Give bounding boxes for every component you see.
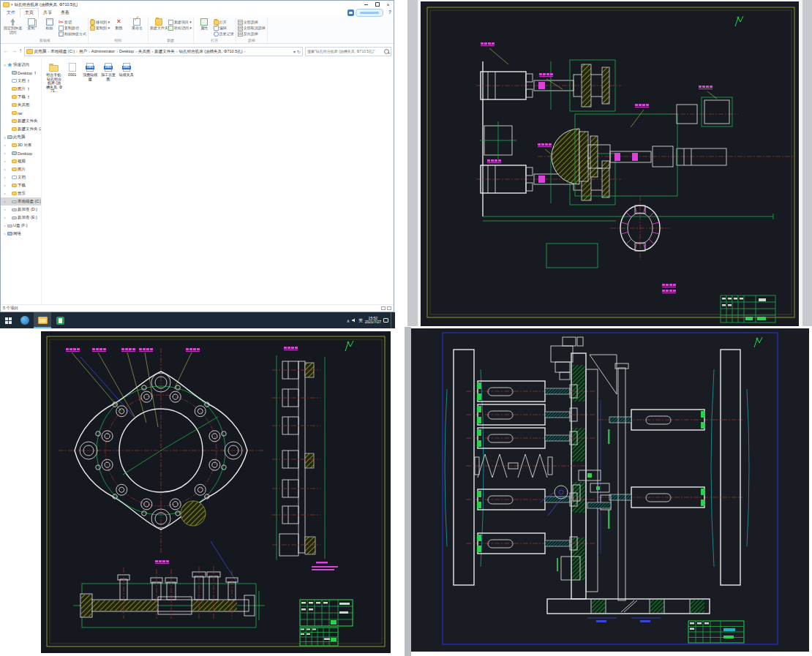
delete-button[interactable]: × 删除 xyxy=(110,18,128,31)
sidebar-item-jiajutu[interactable]: 夹具图 xyxy=(1,101,41,109)
cad-drawing-jig-assembly xyxy=(405,327,812,656)
sidebar-item-downloads[interactable]: > 下载 xyxy=(1,181,41,189)
select-none-button[interactable]: 全部取消选择 xyxy=(238,25,266,31)
help-icon[interactable]: ? xyxy=(388,10,391,15)
taskbar-app-green[interactable] xyxy=(51,312,69,328)
documents-icon xyxy=(12,79,17,83)
status-bar: 5 个项目 xyxy=(1,304,394,312)
up-button[interactable]: ↑ xyxy=(19,48,22,54)
notification-center-icon[interactable] xyxy=(383,318,388,323)
maximize-button[interactable] xyxy=(372,1,383,8)
search-input[interactable] xyxy=(307,49,384,53)
tray-expand-icon[interactable]: ∧ xyxy=(347,318,350,323)
show-desktop-button[interactable] xyxy=(391,312,393,328)
taskbar-clock[interactable]: 15:52 2021/7/27 xyxy=(365,317,381,325)
copy-to-icon xyxy=(90,26,95,31)
paste-button[interactable]: 粘贴 xyxy=(40,18,59,31)
sidebar-item-downloads-pinned[interactable]: 下载 xyxy=(1,93,41,101)
sidebar-item-documents-pinned[interactable]: 文档 xyxy=(1,77,41,85)
file-item-zuanmujiaju[interactable]: DWG 钻模夹具 xyxy=(119,63,135,78)
new-item-button[interactable]: 新建项目 ▾ xyxy=(168,19,192,25)
select-all-button[interactable]: 全部选择 xyxy=(238,19,266,25)
search-icon[interactable] xyxy=(384,49,389,54)
paste-shortcut-button[interactable]: 粘贴快捷方式 xyxy=(59,31,86,37)
edit-button[interactable]: 编辑 xyxy=(214,25,234,31)
sidebar-item-documents[interactable]: > 文档 xyxy=(1,173,41,181)
pin-icon xyxy=(34,71,37,75)
breadcrumb[interactable]: 此电脑 本地磁盘 (C:) 用户 Administrator Desktop 夹… xyxy=(24,47,303,56)
sidebar-item-network[interactable]: > 网络 xyxy=(1,230,41,238)
dwg-file-icon: DWG xyxy=(123,63,130,72)
breadcrumb-item[interactable]: 新建文件夹 xyxy=(154,49,178,54)
sidebar-quick-access[interactable]: v 快速访问 xyxy=(1,61,41,69)
file-item-0001[interactable]: 0001 xyxy=(64,63,80,78)
sidebar-item-desktop-pinned[interactable]: Desktop xyxy=(1,69,41,77)
sidebar-item-desktop[interactable]: > Desktop xyxy=(1,149,41,157)
title-bar[interactable]: ▾ 钻孔组合机床 (油槽夹具, Φ710.5孔) × xyxy=(1,1,394,8)
breadcrumb-item[interactable]: Administrator xyxy=(91,49,119,53)
tab-view[interactable]: 查看 xyxy=(56,9,74,17)
sidebar-item-3d-objects[interactable]: > 3D 对象 xyxy=(1,141,41,149)
drive-icon xyxy=(12,200,17,203)
quick-access-toolbar[interactable]: ▾ xyxy=(11,2,13,7)
tab-file[interactable]: 文件 xyxy=(2,9,20,17)
breadcrumb-item[interactable]: 夹具图 xyxy=(138,49,154,54)
properties-icon xyxy=(200,18,208,26)
tab-share[interactable]: 共享 xyxy=(39,9,56,17)
cloud-share-pill[interactable] xyxy=(356,9,383,17)
file-explorer-icon xyxy=(38,317,48,324)
new-folder-button[interactable]: 新建文件夹 xyxy=(150,18,168,31)
address-dropdown-icon[interactable]: ▾ xyxy=(293,49,296,54)
file-item-folder[interactable]: 组合专机-钻孔组合机床 (油槽夹具, Φ71... xyxy=(46,63,62,94)
taskbar-app-explorer[interactable] xyxy=(34,312,51,328)
rename-button[interactable]: 重命名 xyxy=(128,18,146,31)
sidebar-item-volume-e[interactable]: > 新加卷 (E:) xyxy=(1,214,41,222)
open-button[interactable]: 打开 xyxy=(214,19,234,25)
pin-icon xyxy=(27,95,30,99)
properties-button[interactable]: 属性 xyxy=(195,18,214,31)
copy-path-button[interactable]: 复制路径 xyxy=(59,25,86,31)
address-bar: ← → ↑ 此电脑 本地磁盘 (C:) 用户 Administrator Des… xyxy=(1,44,394,59)
sidebar-item-local-disk-c[interactable]: > 本地磁盘 (C:) xyxy=(1,197,41,206)
sidebar-item-new-folder-2[interactable]: 新建文件夹 (2) xyxy=(1,125,41,133)
details-view-toggle[interactable] xyxy=(381,306,386,310)
sidebar-item-pictures-pinned[interactable]: 图片 xyxy=(1,85,41,93)
sidebar-item-music[interactable]: > 音乐 xyxy=(1,189,41,197)
start-button[interactable] xyxy=(0,312,16,328)
cut-button[interactable]: ✂ 剪切 xyxy=(59,19,86,25)
copy-to-button[interactable]: 复制到 ▾ xyxy=(90,25,110,31)
refresh-icon[interactable]: ↻ xyxy=(297,49,301,54)
back-button[interactable]: ← xyxy=(3,48,9,54)
file-item-dingmianzuanmuban[interactable]: DWG 顶面钻模版 xyxy=(82,63,98,81)
volume-icon[interactable] xyxy=(352,318,356,323)
minimize-button[interactable] xyxy=(361,1,372,8)
sidebar-item-usb-f[interactable]: > U盘 (F:) xyxy=(1,222,41,230)
breadcrumb-item[interactable]: 此电脑 xyxy=(34,49,50,54)
ime-indicator[interactable]: 英 xyxy=(358,318,363,323)
sidebar-item-volume-d[interactable]: > 新加卷 (D:) xyxy=(1,206,41,214)
search-box[interactable] xyxy=(305,47,391,56)
thumbnail-view-toggle[interactable] xyxy=(387,306,391,310)
sidebar-item-rar[interactable]: rar xyxy=(1,109,41,117)
sidebar-item-new-folder[interactable]: 新建文件夹 xyxy=(1,117,41,125)
usb-drive-icon xyxy=(7,225,12,227)
history-button[interactable]: 历史记录 xyxy=(214,31,234,37)
invert-selection-button[interactable]: 反向选择 xyxy=(238,31,266,37)
cloud-share-badge[interactable] xyxy=(347,9,383,17)
easy-access-button[interactable]: 轻松访问 ▾ xyxy=(168,25,192,31)
breadcrumb-item-current[interactable]: 钻孔组合机床 (油槽夹具, Φ710.5孔) xyxy=(179,49,247,54)
navigation-pane: v 快速访问 Desktop 文档 图片 xyxy=(1,59,42,304)
sidebar-item-videos[interactable]: > 视频 xyxy=(1,157,41,165)
forward-button[interactable]: → xyxy=(11,48,17,54)
taskbar-app-browser[interactable] xyxy=(16,312,34,328)
sidebar-this-pc[interactable]: v 此电脑 xyxy=(1,133,41,141)
close-button[interactable]: × xyxy=(383,1,394,8)
sidebar-item-pictures[interactable]: > 图片 xyxy=(1,165,41,173)
breadcrumb-item[interactable]: 本地磁盘 (C:) xyxy=(50,49,79,54)
breadcrumb-item[interactable]: 用户 xyxy=(79,49,91,54)
pin-to-quick-access-button[interactable]: 固定到快速访问 xyxy=(4,18,22,34)
tab-home[interactable]: 主页 xyxy=(20,8,39,17)
breadcrumb-item[interactable]: Desktop xyxy=(119,49,138,53)
file-item-jiagongshiyitu[interactable]: DWG 加工示意图 xyxy=(100,63,116,81)
copy-button[interactable]: 复制 xyxy=(22,18,40,31)
